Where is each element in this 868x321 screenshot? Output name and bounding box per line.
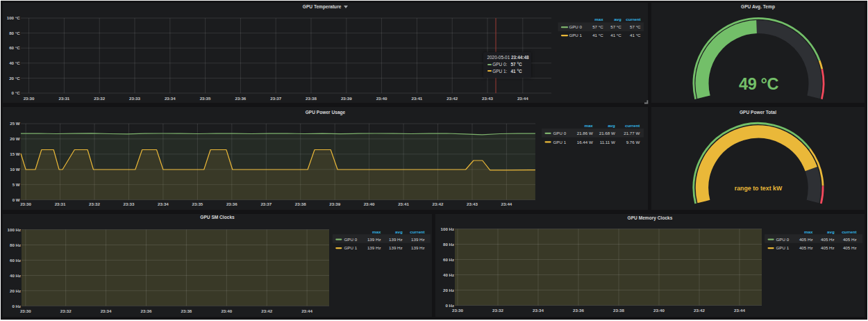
svg-text:80 °C: 80 °C (9, 31, 20, 35)
svg-text:405 Hz: 405 Hz (799, 237, 813, 242)
svg-text:23:40: 23:40 (653, 308, 665, 313)
svg-text:15 W: 15 W (10, 151, 20, 156)
svg-text:23:37: 23:37 (260, 201, 272, 206)
svg-text:405 Hz: 405 Hz (821, 237, 835, 242)
svg-text:405 Hz: 405 Hz (821, 245, 835, 250)
svg-text:80 Hz: 80 Hz (10, 242, 21, 247)
svg-text:avg: avg (827, 229, 835, 234)
svg-text:60 °C: 60 °C (9, 45, 20, 50)
svg-text:23:41: 23:41 (398, 201, 409, 206)
svg-text:16.44 W: 16.44 W (577, 140, 593, 145)
svg-text:current: current (626, 17, 640, 22)
svg-text:23:33: 23:33 (129, 96, 140, 101)
svg-text:405 Hz: 405 Hz (843, 245, 857, 250)
svg-text:23:33: 23:33 (124, 201, 135, 206)
svg-text:20 W: 20 W (10, 136, 20, 141)
svg-text:max: max (804, 229, 813, 234)
svg-text:current: current (410, 229, 424, 234)
svg-text:GPU 0: GPU 0 (569, 24, 582, 29)
svg-text:139 Hz: 139 Hz (411, 245, 425, 250)
svg-text:GPU 0: GPU 0 (776, 237, 790, 242)
svg-text:23:30: 23:30 (20, 201, 31, 206)
svg-text:23:35: 23:35 (200, 96, 211, 101)
svg-text:23:34: 23:34 (533, 308, 544, 313)
svg-text:57 °C: 57 °C (592, 24, 603, 29)
svg-text:100 Hz: 100 Hz (441, 227, 455, 231)
svg-text:10 W: 10 W (10, 167, 20, 172)
svg-text:23:38: 23:38 (295, 201, 306, 206)
svg-text:100 °C: 100 °C (7, 15, 21, 20)
svg-text:60 Hz: 60 Hz (443, 257, 454, 262)
svg-text:23:34: 23:34 (101, 308, 112, 313)
svg-text:0 °C: 0 °C (12, 90, 21, 95)
svg-text:23:34: 23:34 (158, 201, 169, 206)
svg-text:100 Hz: 100 Hz (8, 227, 22, 232)
svg-text:23:30: 23:30 (24, 96, 35, 101)
svg-text:41 °C: 41 °C (630, 33, 641, 38)
svg-text:23:41: 23:41 (411, 96, 422, 101)
svg-text:23:32: 23:32 (60, 308, 72, 313)
svg-text:23:44: 23:44 (501, 201, 512, 206)
svg-text:23:44: 23:44 (301, 308, 312, 313)
svg-text:23:40: 23:40 (364, 201, 375, 206)
svg-text:23:35: 23:35 (192, 201, 203, 206)
svg-text:139 Hz: 139 Hz (389, 245, 403, 250)
svg-text:21.77 W: 21.77 W (624, 131, 640, 135)
svg-text:23:39: 23:39 (341, 96, 352, 101)
svg-text:57 °C: 57 °C (630, 24, 641, 29)
svg-text:GPU 1: GPU 1 (776, 245, 790, 250)
svg-text:139 Hz: 139 Hz (411, 237, 425, 242)
svg-text:23:38: 23:38 (181, 308, 192, 313)
svg-text:23:32: 23:32 (492, 308, 503, 313)
svg-text:405 Hz: 405 Hz (799, 245, 813, 250)
svg-text:23:34: 23:34 (165, 96, 176, 101)
svg-text:11.11 W: 11.11 W (600, 140, 615, 145)
svg-text:max: max (594, 17, 603, 22)
svg-text:23:44: 23:44 (734, 308, 745, 313)
svg-text:41 °C: 41 °C (592, 33, 603, 38)
svg-text:0 Hz: 0 Hz (12, 304, 21, 308)
svg-text:41 °C: 41 °C (610, 33, 621, 38)
svg-text:avg: avg (395, 229, 403, 234)
svg-text:60 Hz: 60 Hz (10, 258, 21, 263)
svg-text:139 Hz: 139 Hz (389, 237, 403, 242)
svg-text:range to text kW: range to text kW (735, 185, 783, 192)
svg-text:avg: avg (608, 123, 615, 128)
svg-text:GPU 0: GPU 0 (553, 131, 567, 135)
svg-text:23:40: 23:40 (221, 308, 232, 313)
svg-text:GPU 1: GPU 1 (553, 140, 567, 145)
svg-text:23:36: 23:36 (573, 308, 584, 313)
svg-text:23:43: 23:43 (482, 96, 493, 101)
svg-text:23:36: 23:36 (141, 308, 152, 313)
svg-text:avg: avg (614, 17, 621, 22)
svg-text:current: current (842, 229, 856, 234)
svg-text:max: max (584, 123, 593, 128)
svg-text:9.76 W: 9.76 W (626, 140, 640, 145)
svg-text:GPU 1: GPU 1 (569, 33, 582, 38)
svg-text:20 °C: 20 °C (9, 76, 20, 81)
svg-text:23:30: 23:30 (452, 308, 463, 313)
svg-text:49 °C: 49 °C (739, 75, 778, 93)
svg-text:23:37: 23:37 (270, 96, 281, 101)
svg-text:20 Hz: 20 Hz (10, 288, 21, 293)
svg-text:GPU 0: GPU 0 (344, 237, 358, 242)
svg-text:80 Hz: 80 Hz (443, 242, 454, 247)
svg-text:23:44: 23:44 (517, 96, 528, 101)
svg-text:23:38: 23:38 (613, 308, 624, 313)
svg-text:23:36: 23:36 (235, 96, 246, 101)
svg-text:139 Hz: 139 Hz (367, 245, 381, 250)
svg-text:max: max (372, 229, 381, 234)
svg-text:405 Hz: 405 Hz (843, 237, 857, 242)
svg-text:25 W: 25 W (10, 121, 20, 126)
svg-text:23:31: 23:31 (55, 201, 66, 206)
svg-text:23:38: 23:38 (306, 96, 317, 101)
svg-text:current: current (625, 123, 640, 128)
svg-text:GPU 1: GPU 1 (344, 245, 358, 250)
svg-text:57 °C: 57 °C (610, 24, 621, 29)
svg-text:40 Hz: 40 Hz (10, 273, 21, 278)
svg-text:23:42: 23:42 (261, 308, 272, 313)
svg-text:23:30: 23:30 (20, 308, 31, 313)
svg-text:23:32: 23:32 (94, 96, 105, 101)
svg-text:0 W: 0 W (12, 197, 20, 202)
svg-text:23:42: 23:42 (694, 308, 705, 313)
